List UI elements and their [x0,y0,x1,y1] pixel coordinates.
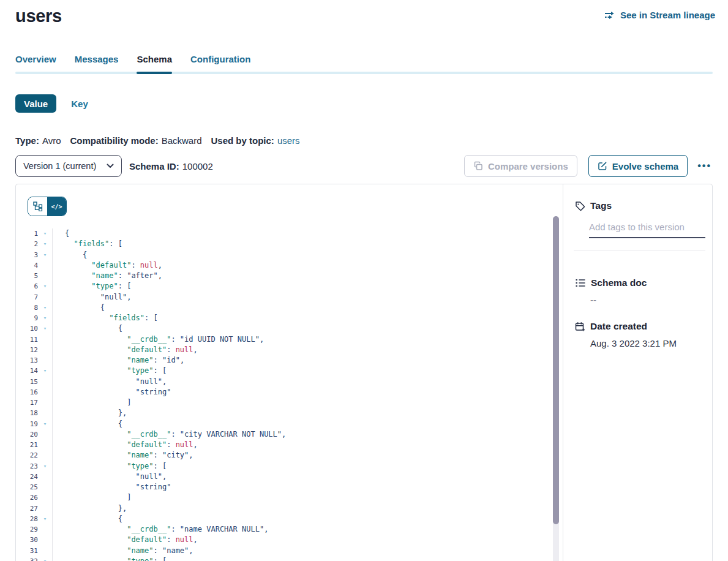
collapse-arrow-icon[interactable]: ▾ [38,556,52,561]
line-gutter: 17 [16,397,53,408]
code-line-text: "fields": [ [53,239,122,249]
tag-icon [575,201,585,211]
gutter-spacer [38,492,52,503]
details-sidebar: Tags Schema doc -- Date created [563,184,712,561]
line-gutter: 26 [16,492,53,503]
version-select[interactable]: Version 1 (current) [15,155,122,177]
collapse-arrow-icon[interactable]: ▾ [38,303,52,313]
line-gutter: 15 [16,377,53,387]
line-gutter: 5 [16,271,53,281]
line-gutter: 18 [16,408,53,418]
version-bar: Version 1 (current) Schema ID: 100002 Co… [15,155,713,177]
page: { "colors": { "accent_teal": "#0b5a78", … [0,0,728,561]
line-number: 28 [16,514,38,524]
line-gutter: 23▾ [16,461,53,472]
code-line: 11 "__crdb__": "id UUID NOT NULL", [16,334,548,345]
gutter-spacer [38,334,52,345]
line-number: 17 [16,397,38,408]
json-punctuation: , [193,440,198,449]
json-punctuation: : [ [144,314,158,322]
code-line: 5 "name": "after", [16,271,548,281]
json-string-value: "city" [162,451,189,459]
collapse-arrow-icon[interactable]: ▾ [38,281,52,292]
json-string-value: "null" [100,293,127,301]
scrollbar-thumb[interactable] [553,216,559,524]
evolve-schema-button[interactable]: Evolve schema [588,155,688,177]
code-line: 24 "null", [16,472,548,482]
line-gutter: 31 [16,546,53,556]
tab-schema[interactable]: Schema [137,54,172,74]
json-punctuation: : [ [154,366,167,375]
code-line: 14▾ "type": [ [16,366,548,376]
json-punctuation: { [118,420,122,428]
gutter-spacer [38,408,52,418]
json-string-value: "after" [127,271,158,280]
code-line-text: "fields": [ [53,313,158,323]
edit-icon [598,161,607,171]
code-line-text: { [53,419,122,429]
gutter-spacer [38,345,52,355]
collapse-arrow-icon[interactable]: ▾ [38,313,52,323]
schema-doc-section-header: Schema doc [575,277,712,288]
tab-configuration[interactable]: Configuration [190,54,250,74]
add-tags-input[interactable] [589,222,705,238]
line-gutter: 8▾ [16,303,53,313]
key-tab-button[interactable]: Key [71,99,88,109]
json-key: "name" [127,356,153,364]
tree-view-icon [33,201,43,211]
chevron-down-icon [107,164,114,168]
tree-view-button[interactable] [28,197,47,216]
collapse-arrow-icon[interactable]: ▾ [38,239,52,249]
collapse-arrow-icon[interactable]: ▾ [38,366,52,376]
json-string-value: "null" [136,377,162,386]
json-null-value: null [176,535,193,544]
schema-panel: </> 1▾{2▾ "fields": [3▾ {4 "default": nu… [15,184,713,561]
code-line: 25 "string" [16,482,548,492]
json-punctuation: { [65,229,69,238]
topic-link[interactable]: users [277,135,300,146]
json-string-value: "city VARCHAR NOT NULL" [180,430,282,439]
value-tab-button[interactable]: Value [15,94,56,113]
line-number: 24 [16,472,38,482]
collapse-arrow-icon[interactable]: ▾ [38,250,52,260]
line-gutter: 11 [16,334,53,345]
collapse-arrow-icon[interactable]: ▾ [38,419,52,429]
line-gutter: 14▾ [16,366,53,376]
collapse-arrow-icon[interactable]: ▾ [38,514,52,524]
code-line: 32▾ "type": [ [16,556,548,561]
code-line-text: "__crdb__": "id UUID NOT NULL", [53,334,264,345]
line-gutter: 2▾ [16,239,53,249]
gutter-spacer [38,524,52,535]
code-line-text: "name": "name", [53,546,193,556]
line-number: 21 [16,440,38,450]
code-view-button[interactable]: </> [47,197,66,216]
gutter-spacer [38,535,52,545]
code-line: 30 "default": null, [16,535,548,545]
line-number: 12 [16,345,38,355]
code-line: 19▾ { [16,419,548,429]
json-key: "default" [127,440,167,449]
more-options-button[interactable]: ••• [696,160,713,171]
schema-meta: Type: Avro Compatibility mode: Backward … [15,135,300,146]
json-punctuation: : [167,345,175,354]
scrollbar-track[interactable] [553,216,559,561]
tab-messages[interactable]: Messages [75,54,119,74]
line-number: 29 [16,524,38,535]
line-number: 7 [16,292,38,303]
schema-kind-toggle: Value Key [15,94,88,113]
tab-overview[interactable]: Overview [15,54,56,74]
line-gutter: 4 [16,260,53,271]
collapse-arrow-icon[interactable]: ▾ [38,228,52,239]
see-in-stream-lineage-link[interactable]: See in Stream lineage [604,10,715,20]
line-number: 22 [16,450,38,461]
gutter-spacer [38,387,52,397]
collapse-arrow-icon[interactable]: ▾ [38,461,52,472]
code-line: 12 "default": null, [16,345,548,355]
line-gutter: 9▾ [16,313,53,323]
schema-id-label: Schema ID: [129,161,179,171]
json-punctuation: : [154,451,162,459]
compare-versions-button[interactable]: Compare versions [464,155,577,177]
compare-versions-label: Compare versions [488,161,568,171]
json-punctuation: : [ [154,462,167,470]
collapse-arrow-icon[interactable]: ▾ [38,323,52,334]
